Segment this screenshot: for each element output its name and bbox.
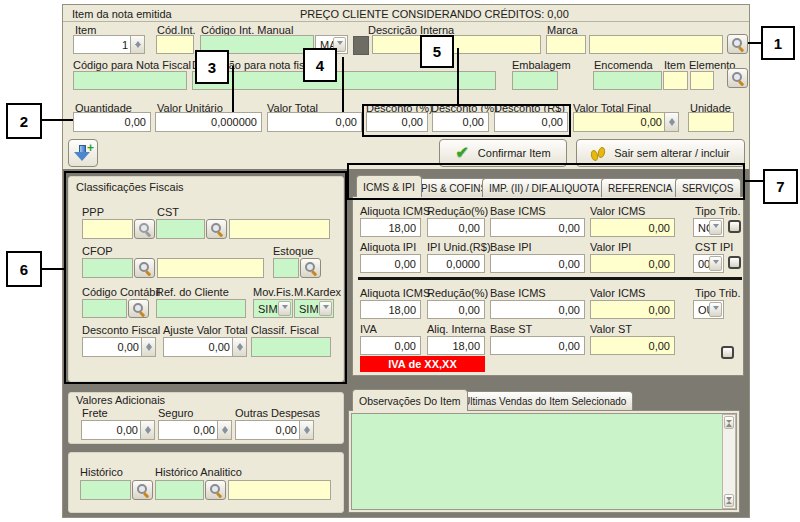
codigo-contabil-search-button[interactable] [128, 299, 149, 318]
item-spinner[interactable] [130, 36, 144, 53]
desconto1-field[interactable]: 0,00 [366, 112, 428, 132]
unidade-field[interactable] [688, 112, 734, 132]
outras-despesas-spinner[interactable] [299, 421, 313, 439]
outras-despesas-label: Outras Despesas [235, 408, 320, 419]
ppp-field[interactable] [82, 219, 133, 239]
ipi-cst-combo[interactable]: 00 [693, 254, 724, 273]
m-kardex-combo[interactable]: SIM [294, 299, 334, 318]
marca-field[interactable] [546, 35, 586, 54]
cst-search-button[interactable] [206, 219, 227, 239]
cfop-descricao-field[interactable] [157, 258, 264, 278]
confirm-item-button[interactable]: ✔ Confirmar Item [439, 139, 567, 167]
valor-total-field[interactable]: 0,00 [267, 112, 362, 132]
icms2-valor-field[interactable]: 0,00 [590, 300, 675, 319]
historico-analitico-descricao-field[interactable] [228, 480, 331, 500]
elemento-search-button[interactable] [727, 68, 748, 88]
annotation-4: 4 [303, 48, 337, 82]
base-st-field[interactable]: 0,00 [490, 336, 585, 355]
historico-analitico-label: Histórico Analitico [155, 467, 242, 478]
tab-icms-ipi[interactable]: ICMS & IPI [356, 175, 422, 197]
product-search-button[interactable] [727, 34, 748, 54]
mov-fis-combo-arrow[interactable] [278, 301, 291, 316]
exit-button[interactable]: Sair sem alterar / incluir [576, 139, 745, 167]
icms1-tipo-trib-combo-arrow[interactable] [709, 220, 722, 235]
descricao-nf-field[interactable] [192, 71, 496, 90]
item-field[interactable]: 1 [73, 35, 145, 54]
estoque-field[interactable] [273, 258, 299, 278]
seguro-field[interactable]: 0,00 [158, 420, 232, 440]
icms1-aliquota-field[interactable]: 18,00 [360, 218, 421, 237]
scroll-down-button[interactable] [724, 494, 734, 507]
encomenda-field[interactable] [593, 71, 662, 90]
ppp-search-button[interactable] [134, 219, 155, 239]
desconto-fiscal-field[interactable]: 0,00 [82, 337, 156, 357]
annotation-5: 5 [420, 35, 454, 68]
icms1-tipo-trib-combo[interactable]: NO [693, 218, 724, 237]
historico-analitico-field[interactable] [155, 480, 204, 500]
observacoes-scrollbar[interactable] [722, 414, 736, 509]
tab-imp-dif-aliquota[interactable]: IMP. (II) / DIF.ALIQUOTA [482, 178, 606, 197]
add-arrow-icon: + [74, 145, 92, 162]
aliq-interna-field[interactable]: 18,00 [427, 336, 485, 355]
valor-unitario-field[interactable]: 0,000000 [155, 112, 262, 132]
add-item-button[interactable]: + [68, 139, 98, 167]
st-toggle[interactable] [721, 346, 734, 359]
iva-field[interactable]: 0,00 [360, 336, 421, 355]
frete-label: Frete [82, 408, 108, 419]
outras-despesas-field[interactable]: 0,00 [235, 420, 314, 440]
ipi-aliquota-field[interactable]: 0,00 [360, 254, 421, 273]
mov-fis-combo[interactable]: SIM [253, 299, 293, 318]
codigo-nf-field[interactable] [73, 71, 187, 90]
desconto3-field[interactable]: 0,00 [494, 112, 568, 132]
historico-field[interactable] [80, 480, 131, 500]
cfop-field[interactable] [82, 258, 133, 278]
item2-field[interactable] [663, 71, 688, 90]
tab-referencia[interactable]: REFERENCIA [601, 178, 679, 197]
estoque-search-button[interactable] [300, 258, 321, 278]
tab-observacoes[interactable]: Observações Do Item [352, 389, 468, 411]
icms1-base-field[interactable]: 0,00 [490, 218, 585, 237]
embalagem-field[interactable] [512, 71, 558, 90]
classif-fiscal-field[interactable] [251, 337, 331, 357]
historico-search-button[interactable] [132, 480, 153, 500]
icms2-reducao-field[interactable]: 0,00 [427, 300, 485, 319]
historico-analitico-search-button[interactable] [205, 480, 226, 500]
marca-descricao-field[interactable] [589, 35, 723, 54]
ajuste-valor-total-field[interactable]: 0,00 [163, 337, 247, 357]
icms1-toggle[interactable] [728, 220, 741, 233]
seguro-spinner[interactable] [217, 421, 231, 439]
valor-total-final-field[interactable]: 0,00 [573, 112, 679, 132]
tab-ultimas-vendas[interactable]: Ultimas Vendas do Item Selecionado [456, 391, 633, 410]
elemento-field[interactable] [690, 71, 714, 90]
ipi-valor-field[interactable]: 0,00 [590, 254, 675, 273]
frete-spinner[interactable] [140, 421, 154, 439]
icms2-aliquota-field[interactable]: 18,00 [360, 300, 421, 319]
cst-descricao-field[interactable] [229, 219, 330, 239]
tab-servicos[interactable]: SERVIÇOS [675, 178, 741, 197]
frete-field[interactable]: 0,00 [81, 420, 155, 440]
icms2-tipo-trib-combo[interactable]: OU [693, 300, 724, 319]
icms2-tipo-trib-combo-arrow[interactable] [709, 302, 722, 317]
cst-field[interactable] [156, 219, 205, 239]
embalagem-label: Embalagem [512, 60, 571, 71]
codigo-contabil-field[interactable] [82, 299, 127, 318]
desconto2-field[interactable]: 0,00 [432, 112, 489, 132]
ref-cliente-field[interactable] [156, 299, 246, 318]
desconto-fiscal-spinner[interactable] [141, 338, 155, 356]
ipi-unid-field[interactable]: 0,0000 [427, 254, 485, 273]
valor-total-final-spinner[interactable] [664, 113, 678, 131]
valor-st-field[interactable]: 0,00 [590, 336, 675, 355]
ipi-cst-combo-arrow[interactable] [709, 256, 722, 271]
icms2-base-field[interactable]: 0,00 [490, 300, 585, 319]
ipi-base-field[interactable]: 0,00 [490, 254, 585, 273]
m-kardex-combo-arrow[interactable] [319, 301, 332, 316]
icms1-valor-field[interactable]: 0,00 [590, 218, 675, 237]
cod-int-field[interactable] [156, 35, 194, 54]
quantidade-field[interactable]: 0,00 [73, 112, 151, 132]
scroll-up-button[interactable] [724, 416, 734, 429]
ajuste-valor-total-spinner[interactable] [232, 338, 246, 356]
observacoes-textarea[interactable] [351, 413, 737, 510]
icms1-reducao-field[interactable]: 0,00 [427, 218, 485, 237]
cfop-search-button[interactable] [134, 258, 155, 278]
ipi-toggle[interactable] [728, 256, 741, 269]
